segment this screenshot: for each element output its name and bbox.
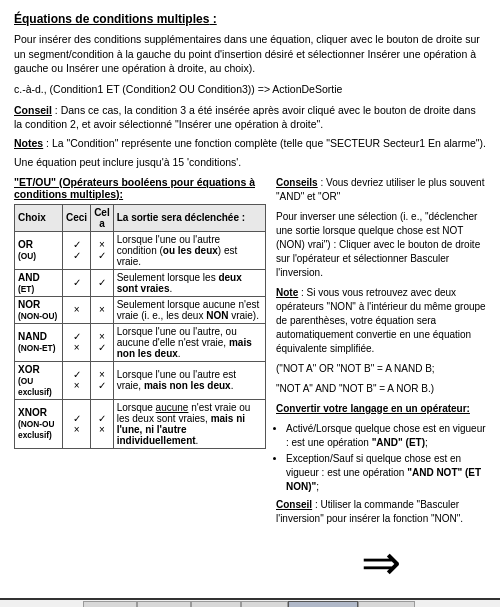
and-result: Seulement lorsque les deux sont vraies. xyxy=(113,269,265,296)
conseils-bottom: Conseils : Vous devriez utiliser le plus… xyxy=(276,176,486,204)
footer: 21-0381F v4.7.2 Bienven Rapport Control … xyxy=(0,598,500,608)
notes-text2: Une équation peut inclure jusqu'à 15 'co… xyxy=(14,155,486,170)
tab-admin[interactable]: Admin xyxy=(241,601,287,607)
right-column: Conseils : Vous devriez utiliser le plus… xyxy=(276,176,486,590)
note-text: Note : Si vous vous retrouvez avec deux … xyxy=(276,286,486,356)
xnor-cela: ✓× xyxy=(91,399,114,448)
intro-example: c.-à-d., (Condition1 ET (Condition2 OU C… xyxy=(14,82,486,97)
bool-section-title: "ET/OU" (Opérateurs booléens pour équati… xyxy=(14,176,266,200)
bool-table: Choix Ceci Cela La sortie sera déclenché… xyxy=(14,204,266,449)
conseils-bottom-label: Conseils xyxy=(276,177,318,188)
convert-title-text: Convertir votre langage en un opérateur: xyxy=(276,403,470,414)
table-row: OR(OU) ✓✓ ×✓ Lorsque l'une ou l'autre co… xyxy=(15,231,266,269)
xnor-result: Lorsque aucune n'est vraie ou les deux s… xyxy=(113,399,265,448)
footer-tabs[interactable]: Bienven Rapport Control Admin Config Sys… xyxy=(83,601,469,607)
tab-control[interactable]: Control xyxy=(191,601,241,607)
nor-ceci: × xyxy=(63,296,91,323)
tab-rapport[interactable]: Rapport xyxy=(137,601,191,607)
xor-result: Lorsque l'une ou l'autre est vraie, mais… xyxy=(113,361,265,399)
operator-xor: XOR(OU exclusif) xyxy=(15,361,63,399)
left-column: "ET/OU" (Opérateurs booléens pour équati… xyxy=(14,176,266,590)
main-title: Équations de conditions multiples : xyxy=(14,12,486,26)
nor-result: Seulement lorsque aucune n'est vraie (i.… xyxy=(113,296,265,323)
or-cela: ×✓ xyxy=(91,231,114,269)
operator-and: AND(ET) xyxy=(15,269,63,296)
conseil-text: Conseil : Dans ce cas, la condition 3 a … xyxy=(14,103,486,132)
notes-text: Notes : La "Condition" représente une fo… xyxy=(14,136,486,151)
tab-config-sys[interactable]: Config Sys xyxy=(288,601,358,607)
tab-ref-tech[interactable]: Réf Tech xyxy=(358,601,415,607)
note-example2: "NOT A" AND "NOT B" = A NOR B.) xyxy=(276,382,486,396)
note-label: Note xyxy=(276,287,298,298)
nand-ceci: ✓× xyxy=(63,323,91,361)
table-row: NOR(NON-OU) × × Seulement lorsque aucune… xyxy=(15,296,266,323)
nand-cela: ×✓ xyxy=(91,323,114,361)
notes-label: Notes xyxy=(14,137,43,149)
xnor-ceci: ✓× xyxy=(63,399,91,448)
nor-cela: × xyxy=(91,296,114,323)
or-result: Lorsque l'une ou l'autre condition (ou l… xyxy=(113,231,265,269)
col-header-ceci: Ceci xyxy=(63,204,91,231)
operator-or: OR(OU) xyxy=(15,231,63,269)
table-row: NAND(NON-ET) ✓× ×✓ Lorsque l'une ou l'au… xyxy=(15,323,266,361)
list-item: Activé/Lorsque quelque chose est en vigu… xyxy=(286,422,486,450)
convert-title: Convertir votre langage en un opérateur: xyxy=(276,402,486,416)
operator-nor: NOR(NON-OU) xyxy=(15,296,63,323)
table-row: XNOR(NON-OU exclusif) ✓× ✓× Lorsque aucu… xyxy=(15,399,266,448)
conseil-bottom2-label: Conseil xyxy=(276,499,312,510)
list-item: Exception/Sauf si quelque chose est en v… xyxy=(286,452,486,494)
and-cela: ✓ xyxy=(91,269,114,296)
col-header-choix: Choix xyxy=(15,204,63,231)
col-header-result: La sortie sera déclenchée : xyxy=(113,204,265,231)
note-example1: ("NOT A" OR "NOT B" = A NAND B; xyxy=(276,362,486,376)
arrow-symbol: ⇒ xyxy=(276,534,486,590)
and-ceci: ✓ xyxy=(63,269,91,296)
invert-text: Pour inverser une sélection (i. e., "déc… xyxy=(276,210,486,280)
intro-text: Pour insérer des conditions supplémentai… xyxy=(14,32,486,76)
xor-cela: ×✓ xyxy=(91,361,114,399)
col-header-cela: Cela xyxy=(91,204,114,231)
nand-result: Lorsque l'une ou l'autre, ou aucune d'el… xyxy=(113,323,265,361)
conseil-bottom2: Conseil : Utiliser la commande "Basculer… xyxy=(276,498,486,526)
conseil-label: Conseil xyxy=(14,104,52,116)
tab-bienven[interactable]: Bienven xyxy=(83,601,137,607)
xor-ceci: ✓× xyxy=(63,361,91,399)
table-row: AND(ET) ✓ ✓ Seulement lorsque les deux s… xyxy=(15,269,266,296)
bullet-list: Activé/Lorsque quelque chose est en vigu… xyxy=(286,422,486,494)
or-ceci: ✓✓ xyxy=(63,231,91,269)
operator-xnor: XNOR(NON-OU exclusif) xyxy=(15,399,63,448)
operator-nand: NAND(NON-ET) xyxy=(15,323,63,361)
table-row: XOR(OU exclusif) ✓× ×✓ Lorsque l'une ou … xyxy=(15,361,266,399)
